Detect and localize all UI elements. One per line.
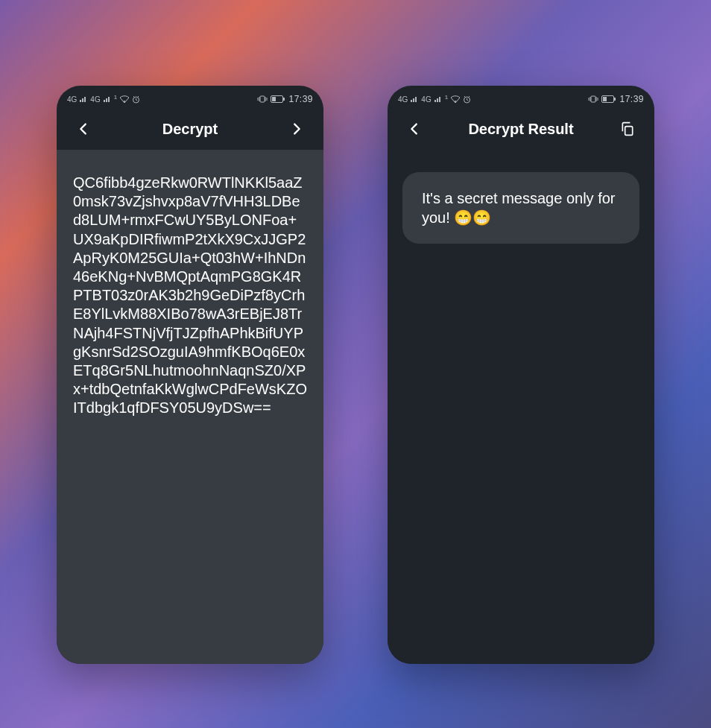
- back-button[interactable]: [72, 117, 95, 141]
- ciphertext[interactable]: QC6fibb4gzeRkw0RWTlNKKl5aaZ0msk73vZjshvx…: [73, 174, 307, 417]
- copy-icon: [620, 121, 635, 136]
- copy-button[interactable]: [616, 117, 639, 141]
- vibrate-icon: [588, 95, 598, 103]
- status-time: 17:39: [288, 94, 313, 104]
- status-right: 17:39: [257, 94, 313, 104]
- phone-result: 4G 4G 1 17:39: [388, 86, 654, 664]
- app-bar: Decrypt: [57, 108, 323, 150]
- status-left: 4G 4G 1: [398, 95, 471, 104]
- signal-icon: [411, 96, 418, 102]
- status-bar: 4G 4G 1 17:39: [57, 90, 323, 108]
- status-left: 4G 4G 1: [67, 95, 140, 104]
- app-bar: Decrypt Result: [388, 108, 654, 150]
- chevron-left-icon: [75, 121, 92, 137]
- signal-icon: [104, 96, 111, 102]
- chevron-left-icon: [406, 121, 423, 137]
- alarm-icon: [463, 95, 471, 104]
- svg-point-0: [124, 101, 125, 102]
- svg-rect-8: [591, 96, 595, 102]
- status-bar: 4G 4G 1 17:39: [388, 90, 654, 108]
- svg-rect-10: [603, 97, 607, 101]
- result-content: It's a secret message only for you! 😁😁: [388, 150, 654, 664]
- signal1-label: 4G: [67, 95, 77, 104]
- svg-rect-5: [283, 98, 285, 101]
- chevron-right-icon: [288, 121, 305, 137]
- phone-decrypt: 4G 4G 1 17:39: [57, 86, 323, 664]
- vibrate-icon: [257, 95, 268, 103]
- wifi-icon: [451, 95, 460, 103]
- svg-rect-4: [272, 97, 276, 101]
- alarm-icon: [132, 95, 140, 104]
- signal-icon: [434, 96, 442, 102]
- battery-icon: [271, 95, 285, 103]
- signal2-label: 4G: [421, 95, 431, 104]
- battery-icon: [601, 95, 616, 103]
- forward-button[interactable]: [285, 117, 309, 141]
- decrypted-message: It's a secret message only for you! 😁😁: [422, 190, 615, 226]
- page-title: Decrypt: [95, 121, 285, 138]
- superscript: 1: [114, 94, 117, 101]
- svg-rect-2: [260, 96, 265, 102]
- decrypt-content: QC6fibb4gzeRkw0RWTlNKKl5aaZ0msk73vZjshvx…: [57, 150, 323, 664]
- wifi-icon: [120, 95, 129, 103]
- signal1-label: 4G: [398, 95, 408, 104]
- svg-rect-12: [625, 127, 633, 136]
- signal-icon: [80, 96, 87, 102]
- superscript: 1: [445, 94, 448, 101]
- svg-point-6: [455, 101, 456, 102]
- back-button[interactable]: [402, 117, 426, 141]
- svg-rect-11: [614, 98, 616, 101]
- page-title: Decrypt Result: [426, 121, 616, 138]
- signal2-label: 4G: [90, 95, 100, 104]
- status-right: 17:39: [588, 94, 644, 104]
- status-time: 17:39: [619, 94, 644, 104]
- result-bubble[interactable]: It's a secret message only for you! 😁😁: [402, 172, 639, 244]
